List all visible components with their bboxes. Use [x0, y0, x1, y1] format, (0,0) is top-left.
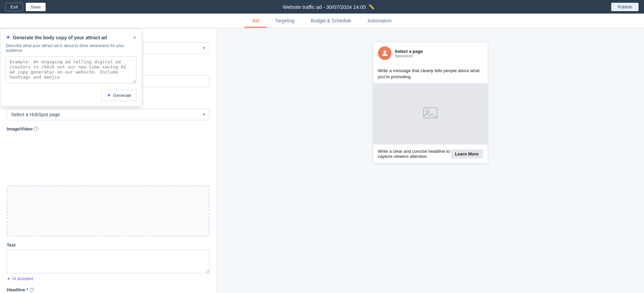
edit-title-icon[interactable]: ✏️ [369, 4, 374, 9]
hubspot-page-select[interactable]: Select a HubSpot page [7, 109, 209, 120]
svg-point-2 [426, 110, 429, 112]
image-placeholder-icon [422, 104, 439, 124]
left-panel: Facebook page * Select a page ▼ Facebook… [0, 28, 217, 293]
ai-popup-description: Describe what your attract ad is about t… [6, 43, 136, 53]
learn-more-button[interactable]: Learn More [451, 149, 483, 159]
main-layout: Facebook page * Select a page ▼ Facebook… [0, 28, 644, 293]
ai-popup: ✦ Generate the body copy of your attract… [0, 28, 142, 107]
preview-body-text: Write a message that clearly tells peopl… [373, 64, 488, 83]
preview-image-area [373, 83, 488, 144]
ai-popup-header: ✦ Generate the body copy of your attract… [6, 34, 136, 41]
preview-page-name: Select a page [395, 49, 423, 54]
text-ai-assistant[interactable]: ✦ AI assistant [7, 276, 209, 281]
page-title: Website traffic ad - 30/07/2024 14:05 [283, 4, 366, 10]
hubspot-page-select-wrapper: Select a HubSpot page ▼ [7, 109, 209, 120]
exit-button[interactable]: Exit [5, 3, 23, 11]
save-button[interactable]: Save [26, 3, 46, 11]
topbar-right: Publish [611, 3, 639, 11]
svg-point-0 [383, 50, 386, 53]
preview-cta-area: Write a clear and concise headline to ca… [373, 144, 488, 163]
image-video-info-icon[interactable]: ? [34, 127, 39, 131]
preview-sponsored: Sponsored [395, 54, 423, 58]
headline-section: Headline * ? ✦ AI assistant [7, 287, 209, 293]
headline-info-icon[interactable]: ? [29, 288, 34, 292]
text-textarea[interactable] [7, 250, 209, 273]
preview-card: Select a page Sponsored Write a message … [373, 42, 488, 163]
text-section: Text ✦ AI assistant [7, 243, 209, 281]
preview-page-info: Select a page Sponsored [395, 49, 423, 58]
right-panel: Select a page Sponsored Write a message … [217, 28, 644, 293]
text-label: Text [7, 243, 209, 248]
ai-popup-title: ✦ Generate the body copy of your attract… [6, 34, 107, 41]
nav-tabs: Ad Targeting Budget & Schedule Automatio… [0, 14, 644, 28]
preview-avatar [378, 46, 392, 60]
image-video-section: Image/Video ? ✦ Generate the body copy o… [7, 126, 209, 236]
preview-headline-text: Write a clear and concise headline to ca… [378, 149, 451, 159]
preview-header: Select a page Sponsored [373, 42, 488, 64]
tab-automation[interactable]: Automation [359, 15, 400, 28]
tab-ad[interactable]: Ad [244, 15, 267, 28]
headline-required: * [26, 287, 28, 292]
topbar-left: Exit Save [5, 3, 46, 11]
ai-description-textarea[interactable] [6, 56, 136, 83]
image-upload-area[interactable] [7, 186, 209, 236]
topbar: Exit Save Website traffic ad - 30/07/202… [0, 0, 644, 14]
publish-button[interactable]: Publish [611, 3, 639, 11]
topbar-title-area: Website traffic ad - 30/07/2024 14:05 ✏️ [46, 4, 611, 10]
image-video-label: Image/Video ? [7, 126, 209, 131]
ai-popup-close-button[interactable]: × [133, 35, 136, 41]
text-ai-sparkle-icon: ✦ [7, 276, 10, 281]
sparkle-icon: ✦ [6, 34, 10, 41]
headline-label: Headline * ? [7, 287, 209, 292]
generate-sparkle-icon: ✦ [107, 92, 111, 99]
tab-targeting[interactable]: Targeting [267, 15, 303, 28]
tab-budget-schedule[interactable]: Budget & Schedule [303, 15, 359, 28]
generate-button[interactable]: ✦ Generate [102, 90, 136, 101]
